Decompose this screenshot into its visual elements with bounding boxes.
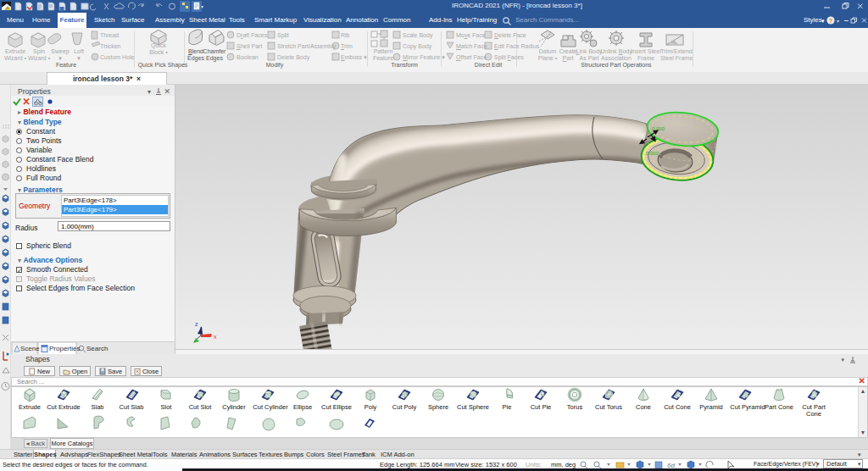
svg-text:Rib: Rib — [58, 436, 68, 437]
svg-text:z: z — [195, 321, 198, 327]
svg-text:Box: Box — [25, 436, 36, 437]
svg-text:Partial Torus: Partial Torus — [249, 436, 285, 437]
svg-text:Ellipsoid: Ellipsoid — [289, 436, 313, 437]
svg-text:Cut Ellipsoid: Cut Ellipsoid — [317, 436, 353, 437]
svg-text:Sphere 2: Sphere 2 — [220, 436, 246, 437]
svg-text:▾: ▾ — [201, 4, 203, 9]
svg-text:Cylinder 2: Cylinder 2 — [185, 436, 214, 437]
svg-text:0.000: 0.000 — [646, 151, 659, 156]
svg-text:Slab 2: Slab 2 — [156, 436, 174, 437]
svg-text:Twist: Twist — [124, 436, 139, 437]
svg-text:x: x — [214, 334, 217, 340]
svg-text:L Slab: L Slab — [89, 436, 107, 437]
svg-text:?: ? — [829, 17, 833, 25]
svg-text:▾: ▾ — [837, 19, 839, 24]
